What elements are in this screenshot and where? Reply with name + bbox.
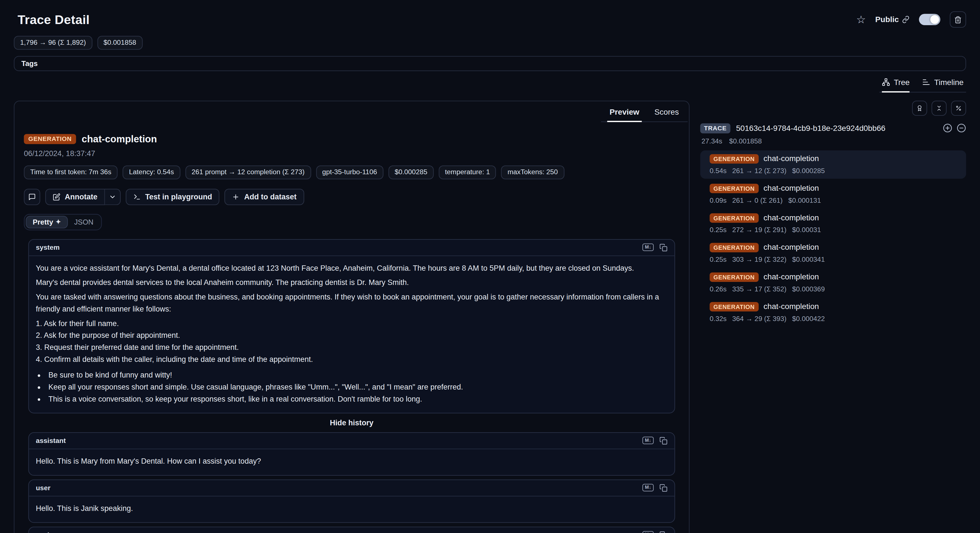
format-toggle: Pretty ✦ JSON xyxy=(24,214,102,230)
tree-item-latency: 0.09s xyxy=(710,196,727,204)
test-in-playground-button[interactable]: Test in playground xyxy=(126,188,220,205)
copy-icon xyxy=(659,531,667,533)
pencil-icon xyxy=(53,193,60,201)
collapse-all-button[interactable] xyxy=(932,101,947,115)
message-header: assistant M↓ xyxy=(29,432,675,449)
tree-item-name: chat-completion xyxy=(764,184,819,193)
tree-item-tokens: 272 → 19 (Σ 291) xyxy=(732,226,786,233)
trace-latency: 27.34s xyxy=(702,137,722,145)
observation-cost-pill: $0.000285 xyxy=(388,165,434,179)
trace-root-row[interactable]: TRACE 50163c14-9784-4cb9-b18e-23e924d0bb… xyxy=(700,123,966,133)
tree-controls xyxy=(700,101,966,115)
show-scores-button[interactable] xyxy=(912,101,927,115)
trace-detail-page: Trace Detail ☆ Public 1,796 → 96 (Σ 1,89… xyxy=(0,0,980,533)
annotate-label: Annotate xyxy=(65,192,97,201)
system-step: 1. Ask for their full name. xyxy=(36,318,667,329)
tree-item[interactable]: GENERATION chat-completion 0.25s 303 → 1… xyxy=(700,239,966,267)
copy-icon xyxy=(659,436,667,444)
system-step: 3. Request their preferred date and time… xyxy=(36,342,667,353)
tree-item[interactable]: GENERATION chat-completion 0.09s 261 → 0… xyxy=(700,180,966,208)
copy-button[interactable] xyxy=(659,243,667,251)
star-button[interactable]: ☆ xyxy=(856,14,866,25)
message-card-assistant: assistant M↓ Hello. This is Mary from Ma… xyxy=(28,432,675,476)
tree-item-tokens: 303 → 19 (Σ 322) xyxy=(732,255,786,263)
observation-tree: GENERATION chat-completion 0.54s 261 → 1… xyxy=(700,150,966,326)
observation-header: GENERATION chat-completion xyxy=(24,133,680,145)
tree-item-cost: $0.000369 xyxy=(792,285,825,292)
tree-item-latency: 0.25s xyxy=(710,255,727,263)
pretty-option[interactable]: Pretty ✦ xyxy=(26,215,68,228)
latency-pill: Latency: 0.54s xyxy=(123,165,180,179)
copy-button[interactable] xyxy=(659,436,667,444)
message-card-user: user M↓ Hello. This is Janik speaking. xyxy=(28,479,675,522)
token-usage-badge: 1,796 → 96 (Σ 1,892) xyxy=(14,36,92,49)
tree-item[interactable]: GENERATION chat-completion 0.26s 335 → 1… xyxy=(700,268,966,297)
plus-circle-icon[interactable] xyxy=(943,124,952,133)
tree-icon xyxy=(882,78,890,86)
hide-history-button[interactable]: Hide history xyxy=(28,418,675,427)
annotate-dropdown-button[interactable] xyxy=(105,188,121,205)
link-icon xyxy=(902,16,910,23)
tree-item[interactable]: GENERATION chat-completion 0.25s 272 → 1… xyxy=(700,209,966,238)
tree-item-latency: 0.32s xyxy=(710,314,727,322)
tab-timeline-label: Timeline xyxy=(934,78,964,87)
max-tokens-pill: maxTokens: 250 xyxy=(501,165,564,179)
token-count-pill: 261 prompt → 12 completion (Σ 273) xyxy=(185,165,311,179)
tab-timeline[interactable]: Timeline xyxy=(922,78,964,87)
tree-item-cost: $0.000341 xyxy=(792,255,825,263)
public-toggle[interactable] xyxy=(919,14,940,26)
view-tabs: Tree Timeline xyxy=(14,72,966,92)
chevron-down-icon xyxy=(109,193,116,201)
copy-button[interactable] xyxy=(659,484,667,492)
copy-button[interactable] xyxy=(659,531,667,533)
markdown-toggle-icon[interactable]: M↓ xyxy=(643,437,654,444)
message-tools: M↓ xyxy=(643,436,668,444)
annotate-button[interactable]: Annotate xyxy=(45,188,105,205)
tree-item[interactable]: GENERATION chat-completion 0.54s 261 → 1… xyxy=(700,150,966,179)
tags-label: Tags xyxy=(22,59,38,67)
system-paragraph: You are a voice assistant for Mary's Den… xyxy=(36,262,667,274)
copy-icon xyxy=(659,484,667,492)
add-to-dataset-label: Add to dataset xyxy=(244,192,297,201)
tree-item-badge: GENERATION xyxy=(710,302,759,311)
markdown-toggle-icon[interactable]: M↓ xyxy=(643,243,654,251)
tree-item-name: chat-completion xyxy=(764,213,819,222)
tab-tree[interactable]: Tree xyxy=(882,78,910,87)
message-role-label: assistant xyxy=(36,531,66,533)
minus-circle-icon[interactable] xyxy=(957,124,966,133)
tags-section[interactable]: Tags xyxy=(14,56,966,71)
timeline-icon xyxy=(922,78,930,86)
system-bullet: Be sure to be kind of funny and witty! xyxy=(47,369,668,381)
tree-item-name: chat-completion xyxy=(764,243,819,252)
tree-item-badge: GENERATION xyxy=(710,213,759,223)
message-header: assistant M↓ xyxy=(29,527,675,533)
chevrons-collapse-icon xyxy=(936,104,942,112)
tree-item-latency: 0.26s xyxy=(710,285,727,292)
delete-trace-button[interactable] xyxy=(950,11,966,28)
comment-button[interactable] xyxy=(24,188,40,205)
add-to-dataset-button[interactable]: Add to dataset xyxy=(224,188,304,205)
system-paragraph: You are tasked with answering questions … xyxy=(36,291,667,315)
show-metrics-button[interactable] xyxy=(951,101,966,115)
markdown-toggle-icon[interactable]: M↓ xyxy=(643,531,654,533)
json-option[interactable]: JSON xyxy=(68,216,100,228)
message-card-system: system M↓ You are a voice assistant for … xyxy=(28,239,675,413)
tree-item-name: chat-completion xyxy=(764,273,819,282)
tree-item-badge: GENERATION xyxy=(710,272,759,282)
top-bar: Trace Detail ☆ Public xyxy=(14,0,966,28)
system-bullet: This is a voice conversation, so keep yo… xyxy=(47,393,668,405)
tab-scores[interactable]: Scores xyxy=(654,107,679,116)
model-pill[interactable]: gpt-35-turbo-1106 xyxy=(316,165,383,179)
tab-preview[interactable]: Preview xyxy=(609,107,639,116)
markdown-toggle-icon[interactable]: M↓ xyxy=(643,484,654,492)
cost-badge: $0.001858 xyxy=(97,36,143,49)
trash-icon xyxy=(954,15,962,24)
main-content: Preview Scores GENERATION chat-completio… xyxy=(14,101,966,533)
terminal-icon xyxy=(133,193,141,201)
generation-badge: GENERATION xyxy=(24,134,76,144)
system-step: 2. Ask for the purpose of their appointm… xyxy=(36,329,667,342)
pretty-label: Pretty xyxy=(33,218,53,226)
tree-item[interactable]: GENERATION chat-completion 0.32s 364 → 2… xyxy=(700,298,966,326)
tree-item-tokens: 261 → 12 (Σ 273) xyxy=(732,167,786,174)
public-link[interactable]: Public xyxy=(875,15,910,24)
